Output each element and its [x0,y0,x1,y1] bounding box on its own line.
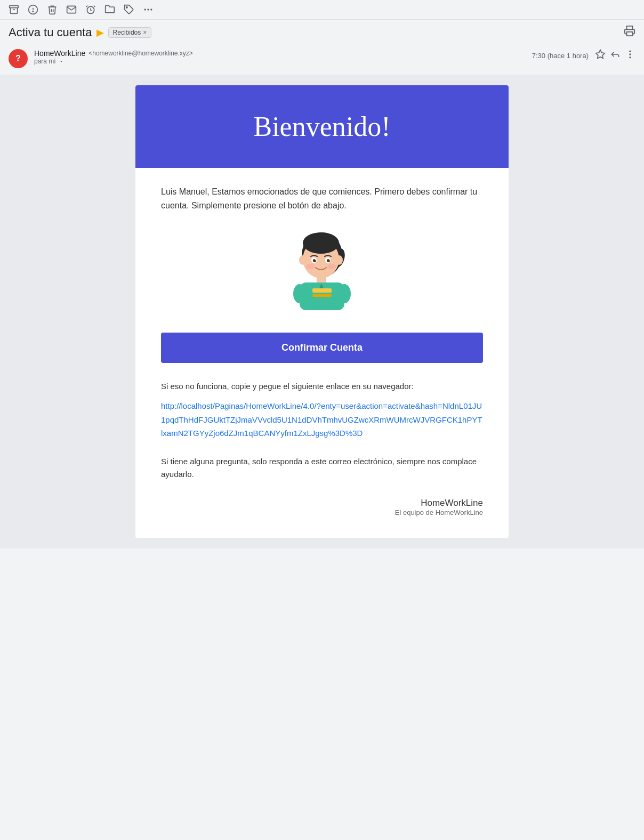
svg-point-26 [329,260,330,261]
svg-point-27 [306,264,315,269]
svg-rect-32 [312,294,332,297]
avatar: ? [9,49,28,68]
svg-point-14 [629,56,631,58]
label-icon[interactable] [124,4,134,15]
svg-point-4 [33,11,34,12]
sender-meta: 7:30 (hace 1 hora) [532,49,635,62]
email-subject: Activa tu cuenta [9,26,92,39]
svg-point-34 [338,284,351,303]
star-icon[interactable] [595,49,606,62]
svg-point-7 [144,9,146,10]
reply-icon[interactable] [610,49,621,62]
label-tag-close[interactable]: × [143,29,147,36]
email-card: Bienvenido! Luis Manuel, Estamos emocion… [135,85,509,538]
sender-row: ? HomeWorkLine <homeworkline@homeworklin… [0,45,644,75]
svg-rect-31 [312,288,332,293]
report-spam-icon[interactable] [28,4,38,15]
svg-point-8 [147,9,149,10]
label-tag-text: Recibidos [113,29,141,36]
welcome-text: Luis Manuel, Estamos emocionados de que … [161,185,483,212]
svg-point-19 [299,255,307,265]
delete-icon[interactable] [47,4,58,15]
svg-rect-0 [10,6,19,8]
sender-email: <homeworkline@homeworkline.xyz> [88,50,193,57]
signature: HomeWorkLine El equipo de HomeWorkLine [161,498,483,516]
svg-point-9 [150,9,152,10]
fallback-text: Si eso no funciona, copie y pegue el sig… [161,380,483,393]
email-content-wrap: Bienvenido! Luis Manuel, Estamos emocion… [0,75,644,548]
mark-unread-icon[interactable] [66,4,77,15]
svg-point-20 [335,255,343,265]
svg-point-18 [303,232,339,254]
svg-point-28 [327,264,336,269]
email-timestamp: 7:30 (hace 1 hora) [532,52,589,60]
more-options-icon[interactable] [143,4,154,15]
label-tag-recibidos[interactable]: Recibidos × [108,27,152,38]
svg-marker-11 [596,50,605,59]
email-header-bar: Activa tu cuenta ▶ Recibidos × [0,20,644,45]
snooze-icon[interactable] [85,4,96,15]
svg-point-33 [293,284,306,303]
character-illustration [161,227,483,318]
more-options-sender-icon[interactable] [625,49,635,62]
confirm-account-button[interactable]: Confirmar Cuenta [161,333,483,363]
svg-rect-29 [317,275,326,283]
question-text: Si tiene alguna pregunta, solo responda … [161,455,483,481]
svg-point-6 [126,7,128,9]
sender-meta-icons [595,49,635,62]
svg-point-12 [629,51,631,52]
email-body: Luis Manuel, Estamos emocionados de que … [135,168,509,538]
archive-icon[interactable] [9,4,19,15]
sender-name: HomeWorkLine [34,49,85,58]
move-to-icon[interactable] [104,4,115,15]
toolbar [0,0,644,20]
activation-link[interactable]: http://localhost/Paginas/HomeWorkLine/4.… [161,399,483,440]
print-icon[interactable] [624,25,635,39]
email-banner: Bienvenido! [135,85,509,168]
sender-info: HomeWorkLine <homeworkline@homeworkline.… [34,49,532,65]
label-arrow-icon: ▶ [96,27,104,38]
svg-rect-10 [627,32,633,36]
signature-company-sub: El equipo de HomeWorkLine [161,508,483,516]
svg-point-13 [629,53,631,55]
svg-point-25 [315,260,316,261]
signature-company-name: HomeWorkLine [161,498,483,508]
recipient-label: para mí [34,58,532,65]
banner-title: Bienvenido! [157,111,487,142]
